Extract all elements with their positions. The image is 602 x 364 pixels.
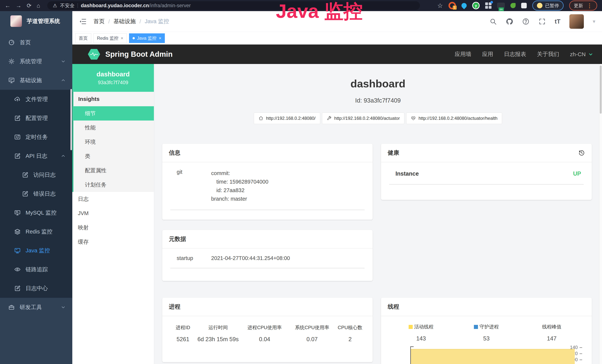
page-scrollbar-thumb[interactable]	[600, 65, 602, 114]
sba-nav-item-1[interactable]: 应用	[482, 50, 493, 58]
sba-logo-icon[interactable]	[88, 49, 100, 60]
sba-menu-item-0[interactable]: 细节	[72, 106, 154, 120]
sba-top-item-3[interactable]: 缓存	[72, 235, 154, 249]
sidebar-item-13[interactable]: 日志中心	[0, 279, 72, 298]
sidebar-item-label: Redis 监控	[26, 228, 53, 236]
sidebar-item-1[interactable]: 系统管理	[0, 52, 72, 71]
health-card: 健康 Instance UP	[381, 144, 592, 200]
process-card-title: 进程	[169, 303, 180, 310]
sidebar-item-6[interactable]: API 日志	[0, 147, 72, 165]
y-extension-icon[interactable]: y	[472, 2, 480, 9]
page-subtitle: Id: 93a3fc7f7409	[154, 97, 602, 104]
sidebar-item-5[interactable]: 定时任务	[0, 128, 72, 147]
sidebar-item-14[interactable]: 研发工具	[0, 298, 72, 317]
instance-link-0[interactable]: http://192.168.0.2:48080/	[254, 113, 320, 124]
tab-2[interactable]: Java 监控×	[129, 33, 165, 43]
wrench-icon	[327, 116, 332, 121]
sidebar-scrollbar-thumb[interactable]	[70, 89, 72, 150]
sba-instance-header[interactable]: dashboard 93a3fc7f7409	[72, 64, 154, 92]
tab-0[interactable]: 首页	[75, 33, 91, 43]
not-secure-label: 不安全	[60, 2, 75, 9]
annotation-text: Java 监控	[276, 0, 363, 24]
app-logo-row[interactable]: 芋道管理系统	[0, 11, 72, 31]
home-icon	[258, 116, 263, 121]
sba-top-item-1[interactable]: JVM	[72, 206, 154, 221]
sba-menu-item-2[interactable]: 环境	[74, 135, 154, 149]
address-bar[interactable]: ⚠ 不安全 dashboard.yudao.iocoder.cn/infra/a…	[47, 1, 420, 10]
user-avatar[interactable]	[569, 14, 584, 29]
close-icon[interactable]: ×	[159, 36, 161, 41]
instance-link-1[interactable]: http://192.168.0.2:48080/actuator	[322, 113, 405, 124]
sidebar-item-4[interactable]: 配置管理	[0, 109, 72, 128]
extension-dot	[490, 1, 493, 3]
on-extension-icon[interactable]: on	[497, 3, 505, 9]
sidebar-item-8[interactable]: 错误日志	[0, 184, 72, 203]
sidebar-item-label: 定时任务	[26, 133, 48, 141]
sba-language-selector[interactable]: zh-CN	[570, 51, 593, 57]
active-tab-dot	[133, 37, 135, 39]
breadcrumb: 首页/基础设施/Java 监控	[93, 18, 169, 25]
sba-nav-item-2[interactable]: 日志报表	[504, 50, 526, 58]
sidebar-item-label: MySQL 监控	[26, 209, 56, 217]
sba-top-item-2[interactable]: 映射	[72, 221, 154, 235]
bookmark-star-icon[interactable]: ☆	[437, 2, 443, 9]
sidebar-item-10[interactable]: Redis 监控	[0, 222, 72, 241]
sba-language-label: zh-CN	[570, 51, 586, 57]
sba-menu-item-4[interactable]: 配置属性	[74, 163, 154, 178]
sba-top-item-0[interactable]: 日志	[72, 192, 154, 206]
help-icon[interactable]	[522, 18, 529, 25]
sba-nav-item-3[interactable]: 关于我们	[537, 50, 559, 58]
sba-menu-item-1[interactable]: 性能	[74, 120, 154, 135]
sidebar-item-7[interactable]: 访问日志	[0, 165, 72, 184]
sba-brand[interactable]: Spring Boot Admin	[105, 50, 172, 58]
app-sidebar-menu: 首页系统管理基础设施文件管理配置管理定时任务API 日志访问日志错误日志MySQ…	[0, 33, 72, 317]
tab-bar: 首页Redis 监控×Java 监控×	[72, 32, 602, 44]
sidebar-item-2[interactable]: 基础设施	[0, 71, 72, 90]
page-title: dashboard	[154, 77, 602, 90]
search-icon[interactable]	[489, 18, 497, 25]
sidebar-item-9[interactable]: MySQL 监控	[0, 203, 72, 222]
update-pill-button[interactable]: 更新⋮	[569, 0, 597, 11]
paused-pill-button[interactable]: 已暂停	[532, 0, 564, 11]
back-icon[interactable]: ←	[5, 3, 11, 9]
legend-color-swatch	[409, 325, 413, 329]
app-sidebar: 芋道管理系统 首页系统管理基础设施文件管理配置管理定时任务API 日志访问日志错…	[0, 11, 72, 364]
grid-extension-icon[interactable]	[485, 2, 492, 9]
colorful-extension-icon[interactable]: 1	[449, 2, 456, 9]
fullscreen-icon[interactable]	[538, 18, 546, 25]
user-menu-caret-icon[interactable]: ▾	[593, 18, 595, 24]
url-host: dashboard.yudao.iocoder.cn	[81, 3, 149, 8]
sba-menu-item-3[interactable]: 类	[74, 149, 154, 163]
sba-instance-id: 93a3fc7f7409	[98, 80, 128, 86]
puzzle-extension-icon[interactable]	[521, 3, 527, 8]
forward-icon[interactable]: →	[16, 3, 22, 9]
leaf-extension-icon[interactable]	[510, 3, 516, 8]
tab-1[interactable]: Redis 监控×	[93, 33, 127, 43]
github-icon[interactable]	[506, 18, 513, 25]
pin-extension-icon[interactable]	[460, 2, 468, 9]
history-icon[interactable]	[578, 149, 585, 156]
sba-menu-item-5[interactable]: 计划任务	[74, 178, 154, 192]
metadata-row: startup 2021-04-27T00:44:31.254+08:00	[170, 255, 365, 268]
toolbox-icon	[8, 304, 15, 310]
sidebar-item-0[interactable]: 首页	[0, 33, 72, 52]
health-row: Instance UP	[389, 169, 584, 184]
instance-link-2[interactable]: http://192.168.0.2:48080/actuator/health	[406, 113, 502, 124]
breadcrumb-item-0[interactable]: 首页	[93, 18, 105, 25]
hamburger-icon[interactable]	[79, 18, 87, 25]
info-row: git commit:time: 1596289704000id: 27aa83…	[170, 169, 365, 210]
breadcrumb-separator: /	[140, 18, 141, 25]
instance-link-url: http://192.168.0.2:48080/actuator	[334, 116, 400, 121]
close-icon[interactable]: ×	[121, 36, 123, 41]
browser-home-icon[interactable]: ⌂	[37, 3, 40, 9]
reload-icon[interactable]: ⟳	[27, 3, 32, 9]
sidebar-item-12[interactable]: 链路追踪	[0, 260, 72, 279]
browser-menu-icon[interactable]: ⋮	[587, 2, 592, 9]
legend-value: 143	[388, 335, 454, 342]
sidebar-item-11[interactable]: Java 监控	[0, 241, 72, 260]
sidebar-item-3[interactable]: 文件管理	[0, 90, 72, 109]
font-size-icon[interactable]: tT	[555, 18, 560, 25]
sba-nav-item-0[interactable]: 应用墙	[455, 50, 471, 58]
page-scrollbar[interactable]	[599, 64, 602, 364]
breadcrumb-item-1[interactable]: 基础设施	[113, 18, 136, 25]
